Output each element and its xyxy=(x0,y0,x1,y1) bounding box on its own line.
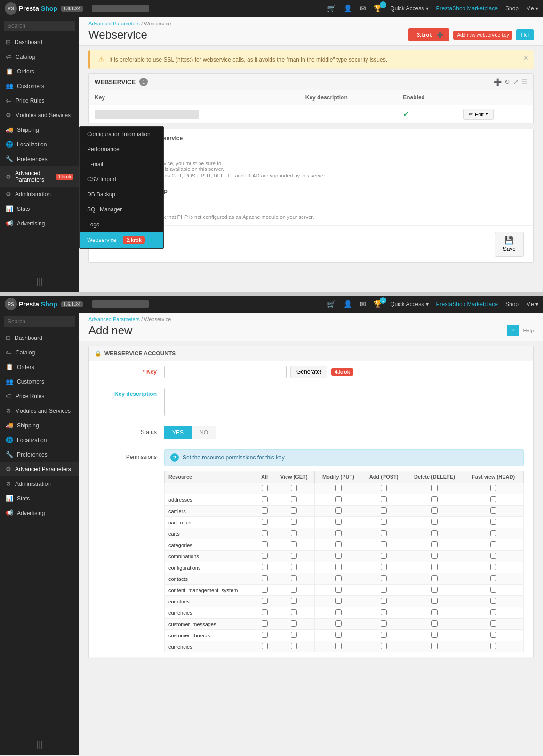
description-textarea[interactable] xyxy=(164,388,399,416)
user-icon[interactable]: 👤 xyxy=(343,4,352,13)
perm-check-contacts-4[interactable] xyxy=(431,575,438,581)
sidebar2-shipping[interactable]: 🚚 Shipping xyxy=(0,418,79,433)
perm-check-customer_threads-1[interactable] xyxy=(291,632,297,638)
perm-check-carriers-3[interactable] xyxy=(381,507,387,514)
alert-close-btn[interactable]: ✕ xyxy=(523,54,529,62)
perm-check-customer_messages-2[interactable] xyxy=(335,620,342,627)
mail-icon[interactable]: ✉ xyxy=(360,4,366,13)
perm-check-carts-4[interactable] xyxy=(431,530,438,536)
perm-check-cart_rules-0[interactable] xyxy=(262,519,268,525)
perm-check-addresses-1[interactable] xyxy=(291,496,297,502)
perm-check-currencies-2[interactable] xyxy=(335,609,342,615)
search-input[interactable] xyxy=(4,21,75,31)
me-menu[interactable]: Me ▾ xyxy=(526,5,538,12)
sidebar-item-orders[interactable]: 📋 Orders xyxy=(0,64,79,79)
perm-check-categories-0[interactable] xyxy=(262,541,268,547)
sidebar-search-2[interactable] xyxy=(0,313,79,330)
perm-check-contacts-3[interactable] xyxy=(381,575,387,581)
menu-icon[interactable]: ☰ xyxy=(521,78,527,86)
perm-check-combinations-5[interactable] xyxy=(490,553,496,559)
perm-check-carts-0[interactable] xyxy=(262,530,268,536)
perm-check-currencies-0[interactable] xyxy=(262,643,268,649)
perm-check-carriers-2[interactable] xyxy=(335,507,342,514)
perm-check-currencies-3[interactable] xyxy=(381,643,387,649)
help-button-1[interactable]: Hel xyxy=(516,29,534,40)
dm-db-backup[interactable]: DB Backup xyxy=(80,187,163,202)
perm-check-currencies-1[interactable] xyxy=(291,643,297,649)
perm-check-currencies-2[interactable] xyxy=(335,643,342,649)
perm-check-countries-4[interactable] xyxy=(431,598,438,604)
perm-check-content_management_system-3[interactable] xyxy=(381,587,387,593)
perm-check-currencies-5[interactable] xyxy=(490,609,496,615)
perm-check-cart_rules-5[interactable] xyxy=(490,519,496,525)
add-row-icon[interactable]: ➕ xyxy=(494,78,502,86)
sidebar-item-localization[interactable]: 🌐 Localization xyxy=(0,137,79,152)
breadcrumb-parent[interactable]: Advanced Parameters xyxy=(88,21,140,26)
status-yes-btn[interactable]: YES xyxy=(164,426,192,439)
sidebar2-advanced[interactable]: ⚙ Advanced Parameters xyxy=(0,462,79,476)
perm-check-configurations-2[interactable] xyxy=(335,564,342,570)
sidebar2-modules[interactable]: ⚙ Modules and Services xyxy=(0,403,79,418)
trophy-badge[interactable]: 🏆 1 xyxy=(374,4,383,13)
add-key-btn-label[interactable]: Add new webservice key xyxy=(453,31,512,40)
help-button-2[interactable]: ? xyxy=(507,325,519,336)
perm-check-cart_rules-3[interactable] xyxy=(381,519,387,525)
dm-config-info[interactable]: Configuration Information xyxy=(80,127,163,142)
perm-check-carriers-1[interactable] xyxy=(291,507,297,514)
perm-check-customer_threads-2[interactable] xyxy=(335,632,342,638)
perm-check-combinations-0[interactable] xyxy=(262,553,268,559)
dm-email[interactable]: E-mail xyxy=(80,157,163,172)
quick-access-btn-2[interactable]: Quick Access ▾ xyxy=(390,301,428,307)
perm-check-customer_messages-3[interactable] xyxy=(381,620,387,627)
sidebar-item-dashboard[interactable]: ⊞ Dashboard xyxy=(0,35,79,49)
status-no-btn[interactable]: NO xyxy=(192,426,216,439)
edit-button[interactable]: ✏ Edit ▾ xyxy=(463,109,494,120)
dm-sql[interactable]: SQL Manager xyxy=(80,202,163,217)
sidebar-item-stats[interactable]: 📊 Stats xyxy=(0,201,79,216)
sidebar-item-catalog[interactable]: 🏷 Catalog xyxy=(0,49,79,64)
perm-check-customer_threads-5[interactable] xyxy=(490,632,496,638)
perm-check-contacts-0[interactable] xyxy=(262,575,268,581)
check-all-all[interactable] xyxy=(262,485,268,491)
sidebar-item-modules[interactable]: ⚙ Modules and Services xyxy=(0,108,79,122)
perm-check-combinations-4[interactable] xyxy=(431,553,438,559)
perm-check-configurations-1[interactable] xyxy=(291,564,297,570)
dm-csv[interactable]: CSV Import xyxy=(80,172,163,187)
perm-check-categories-4[interactable] xyxy=(431,541,438,547)
perm-check-cart_rules-4[interactable] xyxy=(431,519,438,525)
sidebar2-advertising[interactable]: 📢 Advertising xyxy=(0,506,79,520)
check-all-delete[interactable] xyxy=(431,485,438,491)
perm-check-addresses-2[interactable] xyxy=(335,496,342,502)
marketplace-link[interactable]: PrestaShop Marketplace xyxy=(436,5,498,12)
save-button[interactable]: 💾 Save xyxy=(495,232,524,257)
sidebar-item-shipping[interactable]: 🚚 Shipping xyxy=(0,122,79,137)
dm-webservice[interactable]: Webservice 2.krok xyxy=(80,232,163,248)
perm-check-currencies-1[interactable] xyxy=(291,609,297,615)
check-all-add[interactable] xyxy=(381,485,387,491)
perm-check-carriers-0[interactable] xyxy=(262,507,268,514)
perm-check-carts-2[interactable] xyxy=(335,530,342,536)
perm-check-content_management_system-2[interactable] xyxy=(335,587,342,593)
key-input[interactable] xyxy=(164,366,287,378)
sidebar2-admin[interactable]: ⚙ Administration xyxy=(0,476,79,491)
perm-check-countries-1[interactable] xyxy=(291,598,297,604)
sidebar-search[interactable] xyxy=(0,17,79,35)
perm-check-countries-3[interactable] xyxy=(381,598,387,604)
quick-access-btn[interactable]: Quick Access ▾ xyxy=(390,5,428,12)
perm-check-combinations-3[interactable] xyxy=(381,553,387,559)
user-icon-2[interactable]: 👤 xyxy=(343,300,352,308)
sidebar2-catalog[interactable]: 🏷 Catalog xyxy=(0,345,79,360)
perm-check-customer_messages-1[interactable] xyxy=(291,620,297,627)
perm-check-countries-2[interactable] xyxy=(335,598,342,604)
perm-check-categories-1[interactable] xyxy=(291,541,297,547)
perm-check-currencies-3[interactable] xyxy=(381,609,387,615)
perm-check-customer_threads-3[interactable] xyxy=(381,632,387,638)
shop-link[interactable]: Shop xyxy=(505,5,519,12)
perm-check-customer_messages-5[interactable] xyxy=(490,620,496,627)
sidebar-item-admin[interactable]: ⚙ Administration xyxy=(0,187,79,201)
check-all-modify[interactable] xyxy=(335,485,342,491)
sidebar2-orders[interactable]: 📋 Orders xyxy=(0,360,79,374)
sidebar2-preferences[interactable]: 🔧 Preferences xyxy=(0,447,79,462)
perm-check-contacts-5[interactable] xyxy=(490,575,496,581)
perm-check-carts-1[interactable] xyxy=(291,530,297,536)
